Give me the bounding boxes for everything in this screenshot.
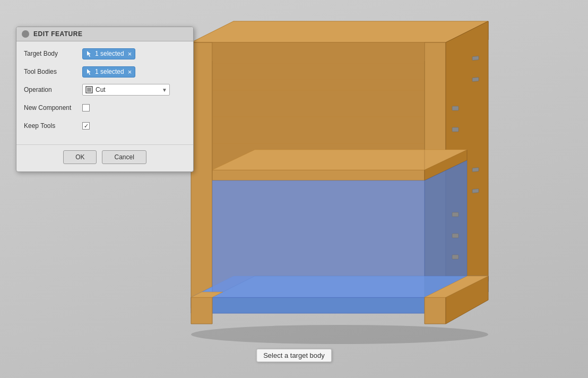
svg-rect-30 (472, 189, 479, 193)
svg-marker-33 (191, 297, 212, 324)
cancel-button[interactable]: Cancel (102, 150, 146, 164)
svg-rect-27 (472, 56, 479, 61)
svg-rect-25 (452, 234, 459, 238)
tool-bodies-count: 1 selected (95, 68, 124, 75)
cursor-icon-2 (86, 68, 92, 75)
cursor-icon (86, 50, 92, 57)
dialog-header: EDIT FEATURE (16, 27, 193, 41)
target-body-pill[interactable]: 1 selected × (82, 48, 135, 59)
3d-viewport[interactable]: EDIT FEATURE Target Body 1 selected × (0, 0, 588, 378)
svg-rect-28 (472, 78, 479, 82)
tool-bodies-pill[interactable]: 1 selected × (82, 66, 135, 78)
keep-tools-row: Keep Tools ✓ (24, 119, 186, 133)
keep-tools-label: Keep Tools (24, 122, 82, 130)
tooltip-text: Select a target body (263, 351, 325, 359)
svg-marker-1 (191, 21, 488, 42)
keep-tools-checkbox[interactable]: ✓ (82, 122, 90, 130)
tool-bodies-row: Tool Bodies 1 selected × (24, 65, 186, 79)
svg-marker-35 (425, 297, 446, 324)
svg-marker-16 (212, 276, 467, 297)
new-component-checkbox-container[interactable] (82, 104, 90, 111)
dialog-icon (22, 30, 29, 38)
new-component-row: New Component (24, 101, 186, 115)
operation-label: Operation (24, 86, 82, 93)
tooltip-select-target: Select a target body (256, 349, 332, 362)
svg-rect-29 (472, 168, 479, 172)
svg-marker-4 (191, 42, 212, 308)
svg-rect-41 (87, 88, 91, 92)
new-component-label: New Component (24, 104, 82, 111)
target-body-label: Target Body (24, 50, 82, 57)
dropdown-arrow-icon: ▼ (162, 87, 167, 93)
target-body-clear[interactable]: × (128, 50, 132, 58)
target-body-count: 1 selected (95, 50, 124, 57)
checkmark-icon: ✓ (84, 123, 89, 130)
cut-operation-icon (85, 85, 93, 94)
dialog-footer: OK Cancel (16, 144, 193, 171)
svg-rect-23 (452, 127, 459, 132)
svg-marker-8 (212, 170, 425, 181)
operation-dropdown[interactable]: Cut ▼ (82, 84, 170, 96)
svg-rect-22 (452, 106, 459, 110)
svg-marker-10 (212, 150, 467, 170)
operation-value: Cut (96, 86, 160, 93)
ok-button[interactable]: OK (63, 150, 97, 164)
keep-tools-checkbox-container[interactable]: ✓ (82, 122, 90, 130)
operation-row: Operation Cut ▼ (24, 83, 186, 97)
dialog-title: EDIT FEATURE (33, 30, 82, 38)
svg-rect-26 (452, 255, 459, 259)
tool-bodies-label: Tool Bodies (24, 68, 82, 75)
svg-marker-11 (191, 297, 446, 313)
shelf-3d-view (149, 11, 563, 361)
dialog-body: Target Body 1 selected × Tool Bodies (16, 41, 193, 142)
svg-point-0 (191, 325, 488, 344)
target-body-row: Target Body 1 selected × (24, 47, 186, 61)
edit-feature-dialog: EDIT FEATURE Target Body 1 selected × (16, 27, 194, 172)
new-component-checkbox[interactable] (82, 104, 90, 111)
tool-bodies-clear[interactable]: × (128, 68, 132, 76)
svg-rect-24 (452, 212, 459, 217)
